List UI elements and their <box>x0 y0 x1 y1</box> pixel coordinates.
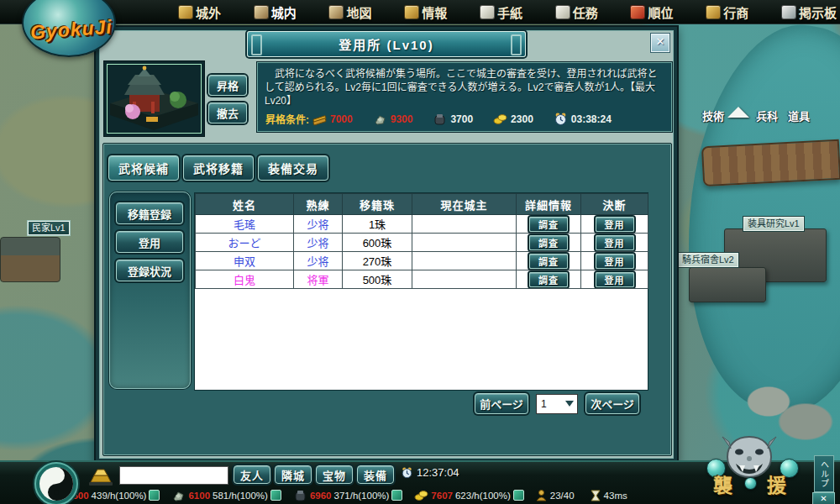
storage-icon[interactable] <box>270 490 281 501</box>
bottom-status-bar: 友人 隣城 宝物 装備 12:37:04 6500 439/h(100%) <box>0 460 840 504</box>
candidate-owner <box>412 270 517 289</box>
table-row: 毛瑤 少将 1珠 調査 登用 <box>196 215 648 234</box>
recruit-row-button[interactable]: 登用 <box>596 272 634 287</box>
resource-bar: 6500 439/h(100%) 6100 581/h(100%) 6960 <box>50 488 639 502</box>
house-building[interactable] <box>0 237 60 282</box>
menu-item-info[interactable]: 情報 <box>404 3 447 21</box>
top-menu-bar: 城外 城内 地図 情報 手紙 任務 <box>0 0 840 24</box>
recruit-row-button[interactable]: 登用 <box>596 254 634 269</box>
table-row: おーど 少将 600珠 調査 登用 <box>196 234 648 252</box>
info-icon <box>404 5 419 19</box>
investigate-button[interactable]: 調査 <box>529 272 568 287</box>
investigate-button[interactable]: 調査 <box>529 254 568 269</box>
help-close-icon[interactable]: ✕ <box>812 492 835 504</box>
cavalry-barracks-building[interactable] <box>689 267 766 302</box>
outer-city-icon <box>178 5 193 19</box>
neighbor-castle-button[interactable]: 隣城 <box>275 465 312 484</box>
col-owner: 現在城主 <box>412 194 517 215</box>
treasure-button[interactable]: 宝物 <box>316 465 353 484</box>
hud-label-tools[interactable]: 道具 <box>788 108 810 123</box>
hourglass-icon <box>591 490 601 501</box>
demolish-button[interactable]: 撤去 <box>208 102 247 123</box>
ranking-icon <box>630 5 645 19</box>
friends-button[interactable]: 友人 <box>234 465 270 484</box>
col-name: 姓名 <box>196 194 294 215</box>
candidate-rank: 少将 <box>294 252 343 270</box>
menu-item-board[interactable]: 掲示板 <box>781 3 837 21</box>
upgrade-button[interactable]: 昇格 <box>208 75 247 96</box>
requirement-time: 03:38:24 <box>554 112 612 126</box>
chevron-down-icon <box>565 401 574 407</box>
transfer-register-button[interactable]: 移籍登録 <box>116 202 183 224</box>
equipment-button[interactable]: 装備 <box>357 465 394 484</box>
assist-button[interactable]: 援 <box>767 470 786 498</box>
scroll-up-arrow-icon[interactable] <box>727 107 749 118</box>
investigate-button[interactable]: 調査 <box>529 235 568 250</box>
col-rank: 熟練 <box>294 194 343 215</box>
candidate-pearls: 270珠 <box>343 252 412 270</box>
requirement-iron: 3700 <box>433 112 473 126</box>
menu-item-quest[interactable]: 任務 <box>555 3 598 21</box>
tab-equipment-trade[interactable]: 装備交易 <box>258 155 328 181</box>
iron-resource: 6960 371/h(100%) <box>293 488 402 502</box>
raid-button[interactable]: 襲 <box>713 470 732 498</box>
investigate-button[interactable]: 調査 <box>529 217 568 232</box>
window-title: 登用所 (Lv10) <box>339 35 433 53</box>
recruit-button[interactable]: 登用 <box>116 231 183 253</box>
badge-house-lv1[interactable]: 民家Lv1 <box>27 220 71 236</box>
server-time-value: 12:37:04 <box>417 466 459 479</box>
iron-icon <box>433 112 447 126</box>
bridge <box>701 139 840 187</box>
gold-icon <box>414 488 428 502</box>
tab-general-transfer[interactable]: 武将移籍 <box>183 155 254 181</box>
upgrade-requirements: 昇格条件: 7000 9300 <box>265 112 632 126</box>
menu-item-inner-city[interactable]: 城内 <box>254 3 297 21</box>
storage-icon[interactable] <box>149 490 160 501</box>
page-select[interactable]: 1 <box>536 394 578 414</box>
menu-item-trade[interactable]: 行商 <box>706 3 748 21</box>
menu-item-letter[interactable]: 手紙 <box>480 3 522 21</box>
hud-label-technology[interactable]: 技術 <box>702 108 724 123</box>
building-description-panel: 武将になるべく武将候補が集う場所。ここで城主の審査を受け、登用されれば武将として… <box>256 61 673 133</box>
candidate-rank: 少将 <box>294 215 343 234</box>
recruitment-office-window: 登用所 (Lv10) ✕ 昇格 撤去 <box>94 25 679 464</box>
recruit-row-button[interactable]: 登用 <box>596 217 634 232</box>
hud-label-troops[interactable]: 兵科 <box>756 108 778 123</box>
gold-resource: 7607 623/h(100%) <box>414 488 523 502</box>
storage-icon[interactable] <box>391 490 402 501</box>
iron-icon <box>293 488 307 502</box>
badge-cavalry-lodge-lv2[interactable]: 騎兵宿舎Lv2 <box>677 252 739 268</box>
main-menu: 城外 城内 地図 情報 手紙 任務 <box>178 0 837 24</box>
menu-item-outer-city[interactable]: 城外 <box>178 3 221 21</box>
clock-icon <box>401 466 413 479</box>
badge-equip-research-lv1[interactable]: 装具研究Lv1 <box>743 216 805 232</box>
candidate-pearls: 600珠 <box>343 234 412 252</box>
menu-item-map[interactable]: 地図 <box>328 3 371 21</box>
gold-ingot-icon[interactable] <box>87 465 114 487</box>
close-icon[interactable]: ✕ <box>651 34 669 52</box>
population-stat: 23/40 <box>536 490 575 501</box>
page-select-value: 1 <box>537 398 565 410</box>
requirement-gold: 2300 <box>493 112 533 126</box>
table-header-row: 姓名 熟練 移籍珠 現在城主 詳細情報 決断 <box>196 194 648 215</box>
col-pearls: 移籍珠 <box>343 194 412 215</box>
candidate-pearls: 500珠 <box>343 270 412 289</box>
next-page-button[interactable]: 次ページ <box>585 393 639 414</box>
stone-resource: 6100 581/h(100%) <box>171 488 281 502</box>
building-description: 武将になるべく武将候補が集う場所。ここで城主の審査を受け、登用されれば武将として… <box>257 62 672 108</box>
prev-page-button[interactable]: 前ページ <box>475 393 528 414</box>
candidate-name: 白鬼 <box>196 270 294 289</box>
registration-status-button[interactable]: 登録状況 <box>116 260 183 281</box>
storage-icon[interactable] <box>513 490 524 501</box>
table-row: 白鬼 将軍 500珠 調査 登用 <box>196 270 648 289</box>
tab-general-candidates[interactable]: 武将候補 <box>108 155 179 181</box>
chat-dropdown <box>119 466 228 485</box>
recruit-row-button[interactable]: 登用 <box>596 235 634 250</box>
building-thumbnail <box>103 60 205 137</box>
map-icon <box>328 5 344 19</box>
building-illustration <box>108 65 201 133</box>
taiji-orb-icon[interactable] <box>32 459 81 504</box>
candidate-owner <box>412 252 517 270</box>
menu-item-ranking[interactable]: 順位 <box>630 3 673 21</box>
help-tab[interactable]: ヘルプ <box>814 455 834 492</box>
